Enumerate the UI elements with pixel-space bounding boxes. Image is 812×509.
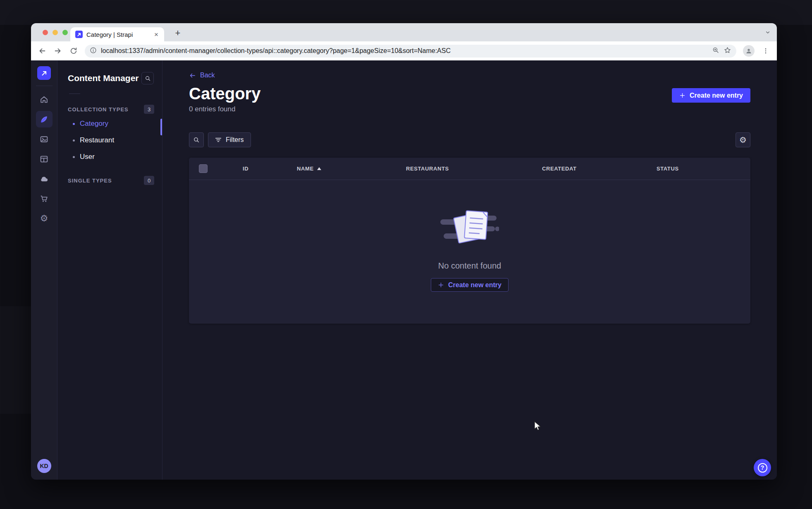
close-tab-icon[interactable]: × [153, 30, 160, 39]
search-entries-button[interactable] [189, 132, 204, 147]
content-type-builder-icon[interactable] [36, 151, 53, 167]
reload-icon[interactable] [69, 46, 78, 55]
subnav-divider [69, 94, 80, 94]
single-types-count-badge: 0 [144, 176, 154, 185]
entries-count-text: 0 entries found [189, 105, 750, 113]
rail-divider [36, 86, 53, 86]
marketplace-cart-icon[interactable] [36, 190, 53, 207]
single-types-label: SINGLE TYPES [68, 178, 112, 184]
strapi-app: ⚙ KD Content Manager COLLECTION TYPES 3 [31, 60, 777, 480]
subnav-item-label: Restaurant [80, 136, 114, 144]
main-content: Back Category Create new entry 0 entries… [162, 60, 777, 480]
subnav-search-button[interactable] [141, 72, 154, 84]
sort-ascending-icon [317, 167, 321, 170]
no-content-illustration-icon [440, 208, 499, 248]
filter-icon [215, 137, 222, 143]
back-nav-icon[interactable] [38, 46, 47, 55]
user-avatar[interactable]: KD [37, 459, 51, 473]
browser-tab[interactable]: Category | Strapi × [70, 27, 164, 41]
browser-menu-kebab-icon[interactable] [761, 46, 770, 55]
collection-types-list: Category Restaurant User [57, 115, 162, 165]
subnav-item-category[interactable]: Category [57, 115, 162, 132]
filter-bar: Filters ⚙ [189, 132, 750, 147]
tab-title: Category | Strapi [86, 31, 149, 38]
collection-types-count-badge: 3 [144, 105, 154, 114]
plus-icon [679, 92, 685, 98]
empty-create-new-entry-button[interactable]: Create new entry [431, 278, 509, 292]
help-button[interactable]: ? [754, 459, 771, 476]
bullet-icon [73, 156, 75, 158]
arrow-left-icon [189, 72, 196, 79]
home-icon[interactable] [36, 91, 53, 108]
content-manager-subnav: Content Manager COLLECTION TYPES 3 Categ… [57, 60, 162, 480]
browser-toolbar: localhost:1337/admin/content-manager/col… [31, 41, 777, 60]
cloud-icon[interactable] [36, 170, 53, 187]
column-header-createdat[interactable]: CREATEDAT [542, 166, 657, 172]
back-label: Back [200, 72, 215, 79]
tab-search-chevron-icon[interactable] [764, 23, 771, 41]
browser-window: Category | Strapi × + local [31, 23, 777, 480]
bullet-icon [73, 139, 75, 142]
view-settings-button[interactable]: ⚙ [736, 132, 750, 147]
site-info-icon[interactable] [90, 47, 97, 55]
no-content-message: No content found [438, 261, 501, 271]
forward-nav-icon[interactable] [53, 46, 62, 55]
browser-profile-avatar[interactable] [743, 45, 755, 57]
zoom-window-button[interactable] [62, 30, 68, 35]
desktop-background-band [0, 0, 812, 25]
window-controls [43, 23, 68, 41]
zoom-page-icon[interactable] [712, 46, 719, 55]
subnav-item-restaurant[interactable]: Restaurant [57, 132, 162, 149]
select-all-checkbox[interactable] [199, 164, 208, 173]
column-header-restaurants[interactable]: RESTAURANTS [406, 166, 542, 172]
active-item-indicator [160, 119, 162, 135]
column-header-name[interactable]: NAME [297, 166, 406, 172]
search-icon [193, 137, 200, 143]
column-header-status[interactable]: STATUS [657, 166, 740, 172]
bookmark-star-icon[interactable] [724, 46, 731, 56]
column-header-id[interactable]: ID [243, 166, 297, 172]
page-title: Category [189, 84, 260, 103]
media-library-icon[interactable] [36, 131, 53, 147]
subnav-item-label: User [80, 153, 95, 161]
bullet-icon [73, 123, 75, 125]
strapi-logo-icon[interactable] [37, 66, 51, 80]
strapi-favicon-icon [75, 31, 83, 38]
main-nav-rail: ⚙ KD [31, 60, 57, 480]
collection-types-label: COLLECTION TYPES [68, 106, 129, 113]
close-window-button[interactable] [43, 30, 48, 35]
new-tab-button[interactable]: + [172, 27, 184, 39]
url-bar[interactable]: localhost:1337/admin/content-manager/col… [85, 45, 736, 58]
content-manager-icon[interactable] [36, 111, 53, 127]
minimize-window-button[interactable] [53, 30, 58, 35]
subnav-title: Content Manager [68, 73, 139, 83]
question-mark-icon: ? [758, 463, 767, 473]
subnav-item-label: Category [80, 120, 108, 128]
filters-button[interactable]: Filters [208, 132, 251, 147]
desktop: Category | Strapi × + local [0, 0, 812, 509]
table-header-row: ID NAME RESTAURANTS CREATEDAT STATUS [189, 158, 750, 180]
settings-gear-icon[interactable]: ⚙ [36, 210, 53, 227]
back-link[interactable]: Back [189, 72, 215, 79]
plus-icon [438, 282, 444, 288]
url-text[interactable]: localhost:1337/admin/content-manager/col… [101, 47, 708, 55]
empty-state: No content found Create new entry [189, 180, 750, 292]
create-new-entry-button[interactable]: Create new entry [672, 88, 750, 103]
entries-table-card: ID NAME RESTAURANTS CREATEDAT STATUS [189, 158, 750, 324]
subnav-item-user[interactable]: User [57, 149, 162, 165]
browser-tab-bar: Category | Strapi × + [31, 23, 777, 41]
